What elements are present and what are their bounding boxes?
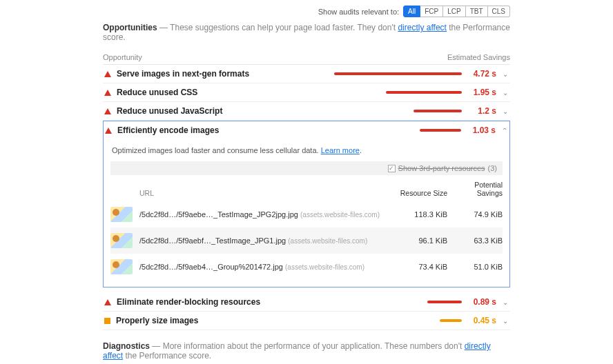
audit-filter-pills: All FCP LCP TBT CLS — [403, 6, 510, 17]
fail-triangle-icon — [104, 71, 111, 77]
fail-triangle-icon — [104, 299, 111, 305]
resource-thumbnail-icon — [110, 233, 133, 248]
resource-row: /5dc2f8d…/5f9aebf…_TestImage_JPG1.jpg (a… — [110, 228, 503, 254]
fail-triangle-icon — [104, 90, 111, 96]
opportunity-label: Serve images in next-gen formats — [117, 69, 318, 79]
savings-bar — [427, 301, 462, 303]
savings-bar — [413, 110, 462, 112]
resource-path: /5dc2f8d…/5f9aebe…_TestImage_JPG2jpg.jpg — [139, 210, 298, 219]
savings-bar — [440, 319, 462, 322]
opportunity-row[interactable]: Properly size images 0.45 s ⌄ — [103, 312, 510, 330]
opportunity-description: Optimized images load faster and consume… — [112, 146, 503, 154]
opportunity-row[interactable]: Eliminate render-blocking resources 0.89… — [103, 293, 510, 312]
opportunities-link[interactable]: directly affect — [398, 23, 446, 32]
opportunity-label: Reduce unused CSS — [117, 88, 318, 97]
fail-triangle-icon — [104, 108, 111, 114]
resource-table-head: URL Resource Size Potential Savings — [110, 175, 503, 201]
thirdparty-checkbox[interactable]: ✓ — [388, 165, 396, 172]
filter-pill-cls[interactable]: CLS — [488, 6, 510, 17]
resource-row: /5dc2f8d…/5f9aebe…_TestImage_JPG2jpg.jpg… — [110, 201, 503, 228]
opportunity-label: Efficiently encode images — [117, 125, 318, 135]
col-potential-savings: Potential Savings — [447, 181, 503, 197]
diagnostics-desc-b: the Performance score. — [123, 351, 211, 361]
resource-url[interactable]: /5dc2f8d…/5f9aeb4…_Group%201472.jpg (ass… — [139, 263, 392, 271]
savings-bar-wrap — [324, 91, 462, 94]
col-savings: Estimated Savings — [447, 53, 510, 61]
opportunity-row[interactable]: Serve images in next-gen formats 4.72 s … — [103, 65, 510, 83]
resource-savings: 63.3 KiB — [447, 236, 503, 245]
resource-thumbnail-icon — [110, 259, 133, 274]
diagnostics-title: Diagnostics — [103, 341, 150, 351]
filter-pill-fcp[interactable]: FCP — [420, 6, 443, 17]
chevron-down-icon[interactable]: ⌄ — [502, 299, 509, 306]
resource-savings: 74.9 KiB — [447, 210, 503, 219]
col-opportunity: Opportunity — [103, 53, 142, 61]
chevron-down-icon[interactable]: ⌄ — [502, 108, 509, 115]
filter-pill-tbt[interactable]: TBT — [466, 6, 488, 17]
resource-row: /5dc2f8d…/5f9aeb4…_Group%201472.jpg (ass… — [110, 254, 503, 280]
savings-bar-wrap — [324, 72, 462, 75]
fail-triangle-icon — [105, 128, 112, 134]
opportunities-title: Opportunities — [103, 23, 157, 32]
audit-filter-row: Show audits relevant to: All FCP LCP TBT… — [103, 6, 510, 17]
resource-url[interactable]: /5dc2f8d…/5f9aebf…_TestImage_JPG1.jpg (a… — [139, 236, 392, 245]
opportunity-label: Properly size images — [116, 316, 318, 325]
opportunity-label: Reduce unused JavaScript — [117, 106, 318, 116]
chevron-up-icon[interactable]: ⌃ — [501, 127, 508, 134]
savings-value: 1.2 s — [467, 106, 496, 116]
savings-bar-wrap — [324, 319, 462, 322]
col-resource-size: Resource Size — [392, 189, 447, 197]
filter-pill-all[interactable]: All — [403, 6, 420, 17]
resource-host: (assets.website-files.com) — [288, 237, 367, 245]
chevron-down-icon[interactable]: ⌄ — [502, 70, 509, 78]
opportunities-desc-a: — These suggestions can help your page l… — [157, 23, 398, 32]
resource-savings: 51.0 KiB — [447, 263, 503, 271]
col-url: URL — [110, 189, 392, 197]
resource-size: 118.3 KiB — [392, 210, 447, 219]
savings-bar-wrap — [323, 129, 461, 132]
opportunity-label: Eliminate render-blocking resources — [117, 297, 318, 307]
savings-bar-wrap — [324, 110, 462, 112]
opportunity-desc-text: Optimized images load faster and consume… — [112, 146, 321, 154]
opportunity-row-expanded[interactable]: Efficiently encode images 1.03 s ⌃ — [103, 121, 510, 139]
savings-bar — [386, 91, 462, 94]
resource-path: /5dc2f8d…/5f9aebf…_TestImage_JPG1.jpg — [139, 236, 286, 245]
resource-size: 73.4 KiB — [392, 263, 447, 271]
opportunity-row[interactable]: Reduce unused JavaScript 1.2 s ⌄ — [103, 102, 510, 121]
savings-bar-wrap — [324, 301, 462, 303]
resource-size: 96.1 KiB — [392, 236, 447, 245]
diagnostics-desc-a: — More information about the performance… — [150, 341, 465, 351]
savings-bar — [334, 72, 462, 75]
chevron-down-icon[interactable]: ⌄ — [502, 317, 509, 325]
chevron-down-icon[interactable]: ⌄ — [502, 89, 509, 97]
savings-value: 1.95 s — [467, 88, 496, 97]
average-square-icon — [104, 318, 110, 324]
learn-more-link[interactable]: Learn more — [321, 146, 360, 154]
savings-value: 4.72 s — [467, 69, 496, 79]
savings-value: 0.45 s — [467, 316, 496, 325]
filter-pill-lcp[interactable]: LCP — [443, 6, 465, 17]
opportunities-heading: Opportunities — These suggestions can he… — [103, 23, 510, 42]
savings-value: 1.03 s — [467, 125, 496, 135]
savings-value: 0.89 s — [467, 297, 496, 307]
resource-path: /5dc2f8d…/5f9aeb4…_Group%201472.jpg — [139, 263, 283, 271]
opportunities-table-head: Opportunity Estimated Savings — [103, 50, 510, 65]
opportunity-row[interactable]: Reduce unused CSS 1.95 s ⌄ — [103, 83, 510, 102]
savings-bar — [420, 129, 461, 132]
thirdparty-label: Show 3rd-party resources — [398, 164, 485, 172]
opportunity-detail-panel: Optimized images load faster and consume… — [103, 139, 510, 287]
resource-url[interactable]: /5dc2f8d…/5f9aebe…_TestImage_JPG2jpg.jpg… — [139, 210, 392, 219]
resource-thumbnail-icon — [110, 207, 133, 222]
resource-host: (assets.website-files.com) — [285, 263, 364, 271]
thirdparty-count: (3) — [488, 164, 497, 172]
audit-filter-label: Show audits relevant to: — [318, 8, 399, 16]
thirdparty-toggle-row: ✓ Show 3rd-party resources (3) — [110, 161, 503, 175]
resource-host: (assets.website-files.com) — [300, 211, 380, 219]
diagnostics-heading: Diagnostics — More information about the… — [103, 341, 510, 361]
